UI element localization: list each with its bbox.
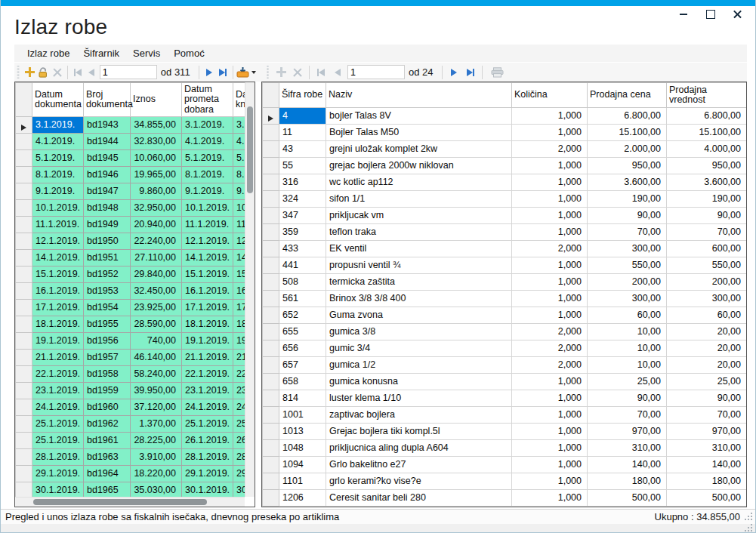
row-selector-cell[interactable] xyxy=(263,424,279,440)
toolbar-grip-icon[interactable] xyxy=(17,66,20,79)
cell[interactable]: 1048 xyxy=(279,440,326,457)
cell[interactable]: 8.1.2019. xyxy=(182,167,233,183)
cell[interactable]: 21.1.2019. xyxy=(182,350,233,366)
cell[interactable]: 1,000 xyxy=(512,125,588,141)
cell[interactable]: 1094 xyxy=(279,457,326,473)
cell[interactable]: 20,00 xyxy=(667,357,747,374)
cell[interactable]: 32.450,00 xyxy=(131,283,182,300)
cell[interactable]: 1,000 xyxy=(512,108,588,125)
cell[interactable]: propusni ventil ¾ xyxy=(326,257,512,274)
cell[interactable]: bd1947 xyxy=(84,183,131,200)
cell[interactable]: 22.1.2019. xyxy=(182,366,233,383)
minimize-icon[interactable] xyxy=(674,8,693,21)
cell[interactable]: 23.1.2019. xyxy=(182,383,233,399)
column-header[interactable]: Datum dokumenta xyxy=(32,83,84,117)
cell[interactable]: 441 xyxy=(279,257,326,274)
row-selector-cell[interactable] xyxy=(16,217,32,233)
cell[interactable]: 1001 xyxy=(279,407,326,424)
cell[interactable]: 60,00 xyxy=(588,307,667,324)
cell[interactable]: bd1965 xyxy=(84,482,131,498)
cell[interactable]: 180,00 xyxy=(588,473,667,490)
cell[interactable]: wc kotlic ap112 xyxy=(326,174,512,191)
row-selector-cell[interactable] xyxy=(16,416,32,433)
row-selector-cell[interactable] xyxy=(16,482,32,498)
cell[interactable]: 433 xyxy=(279,241,326,257)
row-selector-cell[interactable] xyxy=(263,440,279,457)
row-selector-cell[interactable] xyxy=(263,125,279,141)
record-position-input[interactable] xyxy=(100,65,157,79)
row-selector-cell[interactable] xyxy=(263,291,279,307)
cell[interactable]: 30.1.2019. xyxy=(233,482,245,498)
cell[interactable]: EK ventil xyxy=(326,241,512,257)
row-selector-cell[interactable] xyxy=(16,117,32,134)
cell[interactable]: 70,00 xyxy=(667,224,747,241)
cell[interactable]: 23.1.2019. xyxy=(32,383,84,399)
cell[interactable]: 970,00 xyxy=(667,424,747,440)
cell[interactable]: 25.1.2019. xyxy=(233,416,245,433)
cell[interactable]: 30.1.2019. xyxy=(182,482,233,498)
cell[interactable]: bd1945 xyxy=(84,150,131,167)
cell[interactable]: 90,00 xyxy=(588,390,667,407)
row-selector-cell[interactable] xyxy=(16,283,32,300)
cell[interactable]: 4 xyxy=(279,108,326,125)
next-record-button[interactable] xyxy=(202,64,215,81)
row-selector-cell[interactable] xyxy=(16,433,32,449)
cell[interactable]: 10.1.2019. xyxy=(32,200,84,217)
row-selector-cell[interactable] xyxy=(263,224,279,241)
previous-item-button[interactable] xyxy=(329,64,346,81)
cell[interactable]: termicka zaštita xyxy=(326,274,512,291)
column-header[interactable]: Datum knjiženja xyxy=(233,83,245,117)
row-selector-cell[interactable] xyxy=(16,183,32,200)
cell[interactable]: 3.910,00 xyxy=(131,449,182,466)
cell[interactable]: 37.120,00 xyxy=(131,399,182,416)
cell[interactable]: gumic 3/4 xyxy=(326,340,512,357)
row-selector-cell[interactable] xyxy=(16,449,32,466)
cell[interactable]: 1,000 xyxy=(512,374,588,390)
cell[interactable]: 950,00 xyxy=(588,158,667,174)
cell[interactable]: 16.1.2019. xyxy=(32,283,84,300)
cell[interactable]: 1.370,00 xyxy=(131,416,182,433)
cell[interactable]: 16.1.2019. xyxy=(233,283,245,300)
row-selector-cell[interactable] xyxy=(263,208,279,224)
cell[interactable]: 14.1.2019. xyxy=(233,250,245,266)
column-header[interactable]: Prodajna vrednost xyxy=(667,83,747,108)
print-button[interactable] xyxy=(486,64,510,81)
menu-item--ifrarnik[interactable]: Šifrarnik xyxy=(76,45,126,61)
row-selector-cell[interactable] xyxy=(16,366,32,383)
cell[interactable]: 11.1.2019. xyxy=(32,217,84,233)
cell[interactable]: 1,000 xyxy=(512,457,588,473)
cell[interactable]: 19.1.2019. xyxy=(182,333,233,350)
cell[interactable]: Grlo bakelitno e27 xyxy=(326,457,512,473)
cell[interactable]: 3.1.2019. xyxy=(182,117,233,134)
cell[interactable]: 657 xyxy=(279,357,326,374)
row-selector-cell[interactable] xyxy=(16,150,32,167)
cell[interactable]: 26.1.2019. xyxy=(182,433,233,449)
cell[interactable]: 26.1.2019. xyxy=(233,433,245,449)
cell[interactable]: 23.1.2019. xyxy=(233,383,245,399)
menu-item-izlaz-robe[interactable]: Izlaz robe xyxy=(20,45,76,61)
cell[interactable]: 60,00 xyxy=(667,307,747,324)
cell[interactable]: 1,000 xyxy=(512,390,588,407)
cell[interactable]: 18.220,00 xyxy=(131,466,182,482)
cell[interactable]: 12.1.2019. xyxy=(182,233,233,250)
cell[interactable]: bd1964 xyxy=(84,466,131,482)
cell[interactable]: 27.110,00 xyxy=(131,250,182,266)
row-selector-header[interactable] xyxy=(263,83,279,108)
cell[interactable]: 58.240,00 xyxy=(131,366,182,383)
cell[interactable]: 15.1.2019. xyxy=(32,266,84,283)
cell[interactable]: 70,00 xyxy=(588,407,667,424)
unlock-button[interactable] xyxy=(36,64,50,81)
cell[interactable]: 19.965,00 xyxy=(131,167,182,183)
cell[interactable]: bd1944 xyxy=(84,134,131,150)
cell[interactable]: 8.1.2019. xyxy=(233,167,245,183)
cell[interactable]: 46.140,00 xyxy=(131,350,182,366)
menu-item-pomo-[interactable]: Pomoć xyxy=(167,45,211,61)
cell[interactable]: sifon 1/1 xyxy=(326,191,512,208)
row-selector-cell[interactable] xyxy=(263,241,279,257)
cell[interactable]: 10,00 xyxy=(588,324,667,340)
cell[interactable]: 5.1.2019. xyxy=(182,150,233,167)
cell[interactable]: 19.1.2019. xyxy=(233,333,245,350)
cell[interactable]: 300,00 xyxy=(588,241,667,257)
cell[interactable]: 8.1.2019. xyxy=(32,167,84,183)
cell[interactable]: 28.1.2019. xyxy=(32,449,84,466)
